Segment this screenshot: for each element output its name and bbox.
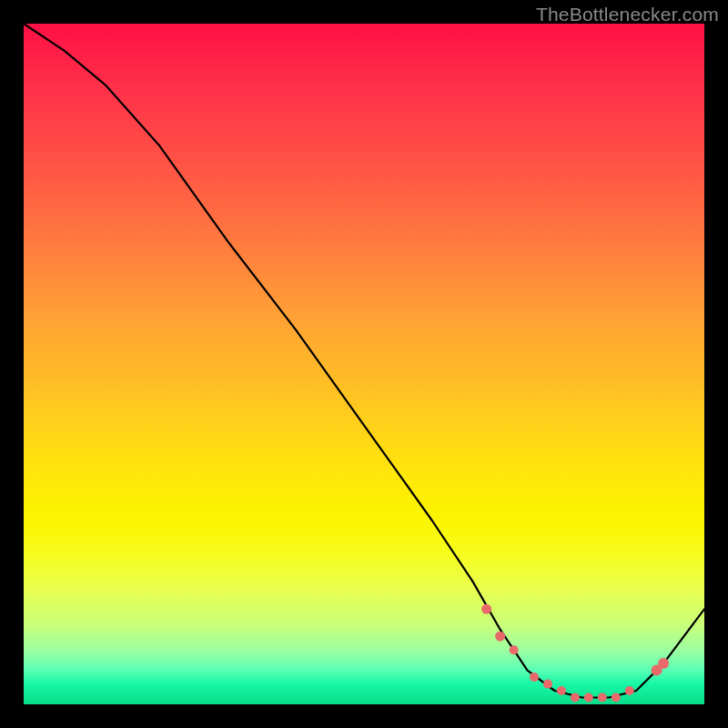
bottleneck-curve <box>24 24 704 698</box>
marker-point <box>530 672 539 682</box>
watermark-text: TheBottlenecker.com <box>536 4 719 25</box>
marker-point <box>612 693 621 703</box>
marker-point <box>584 693 593 703</box>
chart-plot-area <box>24 24 704 704</box>
marker-point <box>557 686 566 695</box>
marker-point <box>543 680 552 689</box>
chart-frame: TheBottlenecker.com <box>0 0 728 728</box>
marker-point <box>481 604 491 614</box>
marker-point <box>598 693 607 703</box>
marker-point <box>658 658 669 669</box>
marker-point <box>495 632 505 642</box>
marker-point <box>571 693 580 703</box>
marker-point <box>510 645 519 654</box>
chart-svg <box>24 24 704 704</box>
marker-point <box>625 686 634 695</box>
